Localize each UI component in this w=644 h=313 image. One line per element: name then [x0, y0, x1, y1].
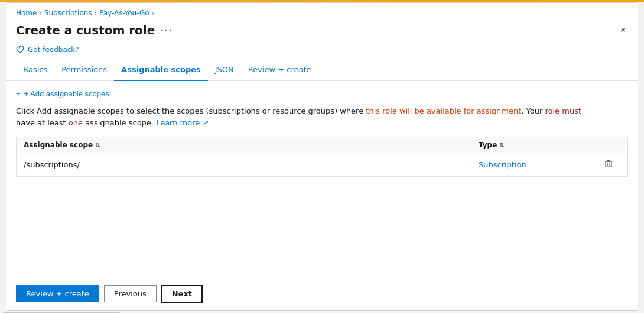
- learn-more-link[interactable]: Learn more ↗: [156, 118, 209, 127]
- table-header: Assignable scope ⇅ Type ⇅: [17, 137, 627, 153]
- tab-review-create[interactable]: Review + create: [241, 59, 318, 81]
- sort-scope-icon[interactable]: ⇅: [95, 142, 100, 149]
- more-options-icon[interactable]: ···: [160, 25, 173, 36]
- main-content: + + Add assignable scopes Click Add assi…: [6, 81, 638, 277]
- panel-header: Create a custom role ··· ×: [6, 21, 638, 42]
- close-button[interactable]: ×: [618, 23, 628, 37]
- info-text-part1: Click Add assignable scopes to select th…: [16, 107, 366, 115]
- tab-basics[interactable]: Basics: [16, 59, 54, 81]
- breadcrumb-subscriptions[interactable]: Subscriptions: [44, 9, 92, 17]
- col-type-label: Type: [479, 141, 497, 149]
- info-highlight-one: one: [69, 118, 83, 127]
- sort-type-icon[interactable]: ⇅: [499, 142, 504, 149]
- tab-bar: Basics Permissions Assignable scopes JSO…: [6, 59, 638, 81]
- add-assignable-scopes-button[interactable]: + + Add assignable scopes: [16, 88, 109, 99]
- breadcrumb-sep2: ›: [95, 9, 97, 17]
- feedback-label: Got feedback?: [28, 46, 79, 54]
- scrollbar-area: [0, 311, 644, 313]
- breadcrumb-payasyougo[interactable]: Pay-As-You-Go: [99, 9, 149, 17]
- next-button[interactable]: Next: [161, 285, 203, 303]
- scope-table: Assignable scope ⇅ Type ⇅ /subscriptions…: [16, 137, 628, 177]
- info-text: Click Add assignable scopes to select th…: [16, 105, 583, 128]
- feedback-bar[interactable]: Got feedback?: [6, 42, 638, 59]
- breadcrumb-home[interactable]: Home: [16, 9, 37, 17]
- type-value: Subscription: [479, 160, 526, 169]
- breadcrumb-sep3: ›: [152, 9, 154, 17]
- footer: Review + create Previous Next: [6, 277, 638, 310]
- breadcrumb: Home › Subscriptions › Pay-As-You-Go ›: [6, 3, 638, 21]
- info-text-part2: . Your: [521, 107, 545, 115]
- info-highlight-orange: this role will be available for assignme…: [366, 107, 521, 115]
- add-scope-label: + Add assignable scopes: [24, 89, 109, 98]
- scope-value: /subscriptions/: [24, 160, 80, 169]
- col-scope-label: Assignable scope: [24, 141, 93, 149]
- page-title: Create a custom role: [16, 23, 155, 37]
- heart-icon: [16, 46, 24, 54]
- tab-assignable-scopes[interactable]: Assignable scopes: [114, 59, 208, 81]
- tab-json[interactable]: JSON: [208, 59, 241, 81]
- tab-permissions[interactable]: Permissions: [54, 59, 114, 81]
- table-row: /subscriptions/ Subscription: [17, 153, 627, 176]
- previous-button[interactable]: Previous: [104, 285, 157, 302]
- review-create-button[interactable]: Review + create: [16, 285, 99, 302]
- trash-icon: [604, 159, 613, 169]
- info-highlight-red: role must: [545, 107, 582, 115]
- plus-icon: +: [16, 89, 21, 98]
- info-text-part3: have at least one assignable scope. Lear…: [16, 118, 209, 127]
- breadcrumb-sep1: ›: [39, 9, 41, 17]
- delete-row-button[interactable]: [603, 158, 614, 172]
- svg-rect-0: [606, 162, 612, 167]
